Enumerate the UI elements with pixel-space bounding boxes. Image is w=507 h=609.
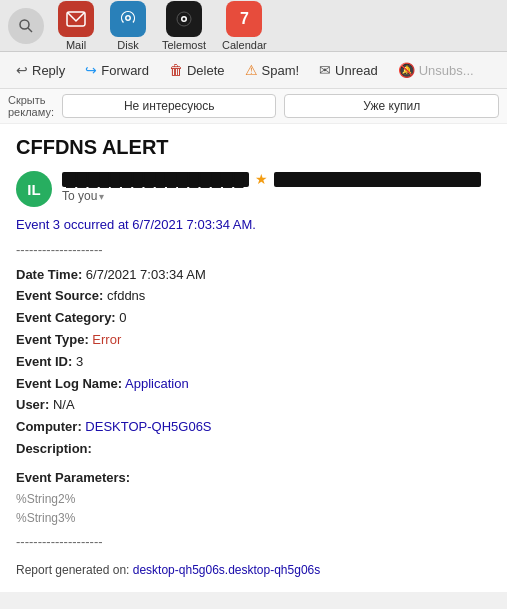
unsub-icon: 🔕 [398, 62, 415, 78]
unread-icon: ✉ [319, 62, 331, 78]
field-logname: Event Log Name: Application [16, 374, 491, 395]
to-you: To you ▾ [62, 189, 491, 203]
event-params: Event Parameters: %String2% %String3% [16, 468, 491, 528]
field-computer-label: Computer: [16, 419, 82, 434]
field-type: Event Type: Error [16, 330, 491, 351]
calendar-number: 7 [240, 10, 249, 28]
field-category: Event Category: 0 [16, 308, 491, 329]
field-id-label: Event ID: [16, 354, 72, 369]
spam-icon: ⚠ [245, 62, 258, 78]
email-header: IL ████████████████ ★ To you ▾ [16, 171, 491, 207]
email-content: CFFDNS ALERT IL ████████████████ ★ To yo… [0, 124, 507, 592]
unread-button[interactable]: ✉ Unread [311, 58, 386, 82]
event-params-label: Event Parameters: [16, 470, 130, 485]
field-source-value: cfddns [107, 288, 145, 303]
field-computer-value[interactable]: DESKTOP-QH5G06S [85, 419, 211, 434]
field-computer: Computer: DESKTOP-QH5G06S [16, 417, 491, 438]
field-id: Event ID: 3 [16, 352, 491, 373]
forward-button[interactable]: ↪ Forward [77, 58, 157, 82]
telemost-icon [166, 1, 202, 37]
param-string3: %String3% [16, 509, 491, 528]
reply-label: Reply [32, 63, 65, 78]
app-disk[interactable]: Disk [110, 1, 146, 51]
field-source: Event Source: cfddns [16, 286, 491, 307]
field-user-value: N/A [53, 397, 75, 412]
avatar: IL [16, 171, 52, 207]
mail-icon [58, 1, 94, 37]
disk-label: Disk [117, 39, 138, 51]
search-button[interactable] [8, 8, 44, 44]
calendar-icon: 7 [226, 1, 262, 37]
divider-1: -------------------- [16, 240, 491, 261]
svg-point-5 [183, 17, 186, 20]
telemost-label: Telemost [162, 39, 206, 51]
forward-label: Forward [101, 63, 149, 78]
report-value[interactable]: desktop-qh5g06s.desktop-qh5g06s [133, 563, 320, 577]
forward-icon: ↪ [85, 62, 97, 78]
field-source-label: Event Source: [16, 288, 103, 303]
spam-label: Spam! [262, 63, 300, 78]
email-toolbar: ↩ Reply ↪ Forward 🗑 Delete ⚠ Spam! ✉ Unr… [0, 52, 507, 89]
divider-2: -------------------- [16, 532, 491, 553]
app-telemost[interactable]: Telemost [162, 1, 206, 51]
field-category-label: Event Category: [16, 310, 116, 325]
calendar-label: Calendar [222, 39, 267, 51]
reply-button[interactable]: ↩ Reply [8, 58, 73, 82]
field-datetime-label: Date Time: [16, 267, 82, 282]
app-mail[interactable]: Mail [58, 1, 94, 51]
unread-label: Unread [335, 63, 378, 78]
app-bar: Mail Disk Telemost 7 Calendar [0, 0, 507, 52]
to-you-label: To you [62, 189, 97, 203]
svg-point-0 [20, 20, 29, 29]
report-line: Report generated on: desktop-qh5g06s.des… [16, 561, 491, 580]
mail-label: Mail [66, 39, 86, 51]
field-datetime-value: 6/7/2021 7:03:34 AM [86, 267, 206, 282]
sender-email-redacted [274, 172, 481, 187]
email-body: Event 3 occurred at 6/7/2021 7:03:34 AM.… [16, 215, 491, 580]
ad-bar: Скрыть рекламу: Не интересуюсь Уже купил [0, 89, 507, 124]
field-type-value: Error [92, 332, 121, 347]
field-datetime: Date Time: 6/7/2021 7:03:34 AM [16, 265, 491, 286]
chevron-down-icon[interactable]: ▾ [99, 191, 104, 202]
delete-button[interactable]: 🗑 Delete [161, 58, 233, 82]
field-logname-value[interactable]: Application [125, 376, 189, 391]
delete-icon: 🗑 [169, 62, 183, 78]
email-subject: CFFDNS ALERT [16, 136, 491, 159]
field-id-value: 3 [76, 354, 83, 369]
sender-row: ████████████████ ★ [62, 171, 491, 187]
field-category-value: 0 [119, 310, 126, 325]
svg-line-1 [28, 28, 32, 32]
disk-icon [110, 1, 146, 37]
app-icons: Mail Disk Telemost 7 Calendar [58, 1, 267, 51]
field-user: User: N/A [16, 395, 491, 416]
ad-not-interested-button[interactable]: Не интересуюсь [62, 94, 277, 118]
unsubscribe-button[interactable]: 🔕 Unsubs... [390, 58, 482, 82]
unsub-label: Unsubs... [419, 63, 474, 78]
ad-already-bought-button[interactable]: Уже купил [284, 94, 499, 118]
param-string2: %String2% [16, 490, 491, 509]
sender-info: ████████████████ ★ To you ▾ [62, 171, 491, 203]
ad-hide-label: Скрыть рекламу: [8, 94, 54, 118]
sender-name-redacted: ████████████████ [62, 172, 249, 187]
email-intro: Event 3 occurred at 6/7/2021 7:03:34 AM. [16, 215, 491, 236]
app-calendar[interactable]: 7 Calendar [222, 1, 267, 51]
spam-button[interactable]: ⚠ Spam! [237, 58, 308, 82]
star-icon[interactable]: ★ [255, 171, 268, 187]
delete-label: Delete [187, 63, 225, 78]
report-prefix: Report generated on: [16, 563, 129, 577]
reply-icon: ↩ [16, 62, 28, 78]
search-icon [18, 18, 34, 34]
field-type-label: Event Type: [16, 332, 89, 347]
field-logname-label: Event Log Name: [16, 376, 122, 391]
field-description: Description: [16, 439, 491, 460]
field-user-label: User: [16, 397, 49, 412]
field-description-label: Description: [16, 441, 92, 456]
event-params-header: Event Parameters: [16, 468, 491, 489]
